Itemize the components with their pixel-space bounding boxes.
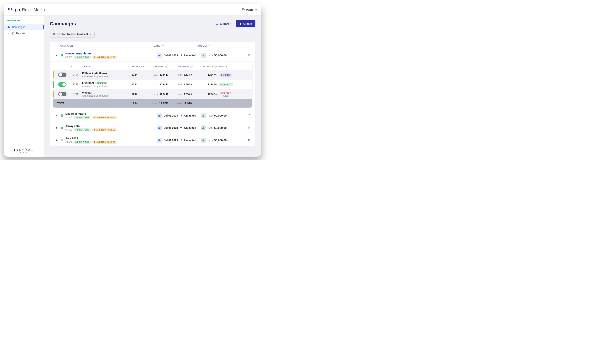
campaign-name[interactable]: Always On xyxy=(65,124,117,128)
conv-value: 1234 % xyxy=(192,83,216,86)
date-end: Unlimited xyxy=(184,139,196,142)
toggle-switch[interactable] xyxy=(58,92,67,96)
paused-pill: 1 LINE ITEM PAUSED xyxy=(92,141,117,143)
svg-point-15 xyxy=(203,54,204,56)
expand-toggle[interactable] xyxy=(55,139,58,142)
chevron-down-icon xyxy=(255,9,257,11)
status-dot xyxy=(61,54,63,57)
page-title: Campaigns xyxy=(50,21,76,27)
row-menu[interactable]: ⋮ xyxy=(235,83,239,86)
row-menu[interactable]: ⋮ xyxy=(235,92,239,96)
col-budget: BUDGET? xyxy=(195,45,250,47)
date-end: Unlimited xyxy=(184,54,196,57)
details-link[interactable]: Details xyxy=(216,95,235,97)
retail-sub: Awareness & upper funnel xyxy=(82,85,125,87)
svg-rect-7 xyxy=(10,11,10,11)
logo: ga Retail Media xyxy=(15,7,45,12)
line-item-row: 3724 El Palacio de HierroAwareness & upp… xyxy=(53,70,252,80)
paused-pill: 1 LINE ITEM PAUSED xyxy=(92,116,117,119)
svg-point-10 xyxy=(243,9,244,10)
campaign-name[interactable]: Día de la madre xyxy=(65,112,117,115)
user-menu[interactable]: Pablo xyxy=(242,8,257,11)
budget-amount: MXN50,000.00 xyxy=(209,139,227,142)
campaign-row: Sale 2023 # 3521 3 LINE ITEMS 1 LINE ITE… xyxy=(50,134,256,146)
total-revenue: MXN 12.97K xyxy=(168,102,192,105)
retail-name: LiverpoolRUNNING xyxy=(82,81,125,84)
campaign-id: # 2355 xyxy=(65,56,72,58)
products-value: 1234 xyxy=(125,73,144,76)
paused-pill: 1 LINE ITEM PAUSED xyxy=(92,128,117,131)
svg-rect-19 xyxy=(159,127,161,129)
app-window: ga Retail Media Pablo MAIN MENU Campaign… xyxy=(4,4,261,157)
campaign-row: Always On # 3523 3 LINE ITEMS 1 LINE ITE… xyxy=(50,122,256,134)
logo-text: Retail Media xyxy=(21,7,45,12)
expand-toggle[interactable] xyxy=(55,127,58,129)
line-items-table: ID RETAIL PRODUCTS SPENDING? REVENUE? CO… xyxy=(53,63,252,108)
row-menu[interactable]: ⋮ xyxy=(235,73,239,77)
help-icon[interactable]: ? xyxy=(190,65,192,68)
edit-icon[interactable] xyxy=(247,114,250,117)
create-label: Create xyxy=(243,22,252,25)
topbar: ga Retail Media Pablo xyxy=(4,4,261,16)
arrow-right-icon xyxy=(180,126,182,130)
sort-value: Newest to oldest xyxy=(67,33,88,36)
expand-toggle[interactable] xyxy=(55,114,58,117)
campaign-id: # 3521 xyxy=(65,141,72,143)
svg-point-18 xyxy=(203,115,204,116)
sidebar-item-reports[interactable]: Reports xyxy=(4,30,44,37)
edit-icon[interactable] xyxy=(247,126,250,130)
spending-value: MXN 1234 K xyxy=(144,73,168,76)
create-button[interactable]: Create xyxy=(236,20,256,27)
app-launcher-icon[interactable] xyxy=(8,8,12,11)
status-badge: APPROVED xyxy=(219,83,233,86)
campaign-id: # 3523 xyxy=(65,129,72,131)
spending-value: MXN 1234 K xyxy=(144,83,168,86)
money-icon xyxy=(201,53,206,58)
calendar-icon xyxy=(157,125,162,130)
toggle-switch[interactable] xyxy=(58,72,67,77)
line-items-pill: 3 LINE ITEMS xyxy=(74,116,91,119)
paused-pill: 1 LINE ITEM PAUSED xyxy=(92,56,117,59)
campaign-name[interactable]: Sale 2023 xyxy=(65,137,117,140)
sidebar-item-campaigns[interactable]: Campaigns xyxy=(4,24,44,30)
help-icon[interactable]: ? xyxy=(161,45,164,47)
line-items-pill: 3 LINE ITEMS xyxy=(74,141,91,143)
svg-rect-3 xyxy=(8,9,9,10)
collapse-toggle[interactable] xyxy=(55,54,58,57)
sidebar-heading: MAIN MENU xyxy=(4,20,44,24)
col-campaign: CAMPAIGN xyxy=(55,45,151,47)
date-start: Jul 01 2023 xyxy=(164,54,178,57)
budget-amount: MXN50,000.00 xyxy=(209,114,227,117)
total-label: TOTAL xyxy=(56,102,125,105)
edit-icon[interactable] xyxy=(247,138,250,142)
svg-rect-8 xyxy=(11,11,12,11)
svg-point-24 xyxy=(203,139,204,140)
help-icon[interactable]: ? xyxy=(165,65,168,68)
sort-dropdown[interactable]: Sort by: Newest to oldest xyxy=(50,31,95,38)
date-end: Unlimited xyxy=(184,114,196,117)
help-icon[interactable]: ? xyxy=(209,45,211,47)
svg-rect-5 xyxy=(11,9,12,10)
help-icon[interactable]: ? xyxy=(214,65,216,68)
chevron-down-icon xyxy=(90,33,92,35)
campaign-name[interactable]: Nuevo lanzamiento xyxy=(65,52,117,55)
calendar-icon xyxy=(157,138,162,143)
svg-rect-11 xyxy=(7,27,10,28)
calendar-icon xyxy=(157,53,162,58)
export-label: Export xyxy=(220,22,229,25)
date-end: Unlimited xyxy=(184,126,196,130)
line-items-pill: 2 LINE ITEMS xyxy=(74,56,91,59)
sort-prefix: Sort by: xyxy=(57,33,66,36)
table-header: CAMPAIGN DATE? BUDGET? xyxy=(50,42,256,49)
totals-row: TOTAL 1234 MXN 12.97K MXN 12.97K xyxy=(53,99,252,107)
line-items-header: ID RETAIL PRODUCTS SPENDING? REVENUE? CO… xyxy=(53,63,252,70)
sidebar: MAIN MENU Campaigns Reports LANCÔME PARI… xyxy=(4,16,44,157)
toggle-switch[interactable] xyxy=(58,82,67,87)
money-icon xyxy=(201,138,206,143)
edit-icon[interactable] xyxy=(247,53,250,57)
date-start: Jul 01 2023 xyxy=(164,114,178,117)
export-button[interactable]: Export xyxy=(216,22,233,25)
line-item-row: 3725 LiverpoolRUNNINGAwareness & upper f… xyxy=(53,80,252,89)
line-item-row: 3726 WalmartAwareness & upper funnel 123… xyxy=(53,89,252,99)
campaign-id: # 2456 xyxy=(65,116,72,119)
